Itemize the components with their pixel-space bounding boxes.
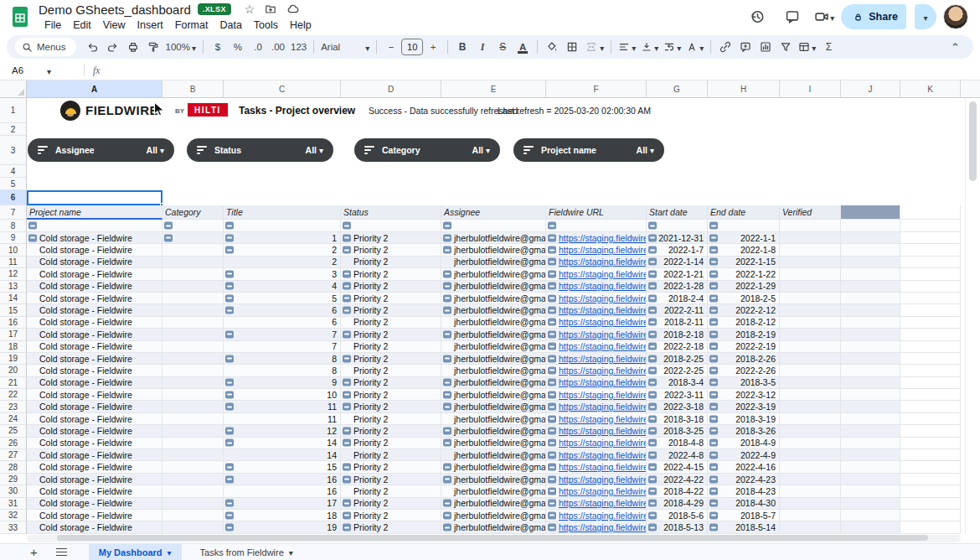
column-header-K[interactable]: K <box>900 80 961 98</box>
cell-image-chip[interactable] <box>648 379 657 386</box>
cell-D13[interactable]: Priority 2 <box>341 281 441 293</box>
cell-H17[interactable]: 2018-2-19 <box>708 329 780 340</box>
cell-H11[interactable]: 2022-1-15 <box>708 257 780 268</box>
cell-image-chip[interactable] <box>548 511 556 519</box>
cell-C12[interactable]: 3 <box>224 268 341 280</box>
cell-K32[interactable] <box>900 510 961 521</box>
cell-F17[interactable]: https://staging.fieldwire.c <box>546 329 647 340</box>
cell-A29[interactable]: Cold storage - Fieldwire <box>27 474 162 485</box>
fieldwire-url-link[interactable]: https://staging.fieldwire.c <box>559 354 647 364</box>
table-header-E[interactable]: Assignee <box>441 205 546 220</box>
cell-image-chip[interactable] <box>28 222 37 230</box>
cell-F21[interactable]: https://staging.fieldwire.c <box>546 377 647 389</box>
cell-image-chip[interactable] <box>443 234 451 241</box>
cell-K21[interactable] <box>900 377 961 389</box>
cell-J25[interactable] <box>841 425 900 437</box>
cell-H18[interactable]: 2022-2-19 <box>708 341 780 353</box>
row-header-7[interactable]: 7 <box>0 205 27 220</box>
cell-B24[interactable] <box>162 413 224 425</box>
cell-B12[interactable] <box>162 268 224 280</box>
cell-image-chip[interactable] <box>225 379 234 386</box>
cell-image-chip[interactable] <box>443 439 451 447</box>
cell-C27[interactable]: 14 <box>224 449 341 461</box>
cell-B9[interactable] <box>162 232 224 244</box>
fieldwire-url-link[interactable]: https://staging.fieldwire.c <box>559 414 647 424</box>
italic-button[interactable]: I <box>472 37 493 57</box>
fieldwire-url-link[interactable]: https://staging.fieldwire.c <box>559 486 647 496</box>
cell-A20[interactable]: Cold storage - Fieldwire <box>27 365 162 376</box>
cell-F27[interactable]: https://staging.fieldwire.c <box>546 449 647 461</box>
cell-image-chip[interactable] <box>709 415 718 423</box>
cell-image-chip[interactable] <box>225 355 234 362</box>
cell-B13[interactable] <box>162 281 224 293</box>
filter-pill-status[interactable]: StatusAll <box>187 138 333 162</box>
comments-icon[interactable] <box>778 3 807 31</box>
cell-image-chip[interactable] <box>343 307 351 314</box>
menu-insert[interactable]: Insert <box>132 19 169 31</box>
cell-I27[interactable] <box>780 449 841 461</box>
cell-image-chip[interactable] <box>709 427 718 434</box>
print-button[interactable] <box>123 37 143 57</box>
table-header-J[interactable] <box>841 205 900 220</box>
cell-image-chip[interactable] <box>648 500 657 507</box>
cell-J30[interactable] <box>841 485 900 497</box>
cell-image-chip[interactable] <box>709 258 718 266</box>
format-currency-button[interactable]: $ <box>208 37 228 57</box>
cell-I10[interactable] <box>780 244 841 256</box>
filter-pill-assignee[interactable]: AssigneeAll <box>28 138 174 162</box>
cell-D32[interactable]: Priority 2 <box>341 510 441 521</box>
cell-I28[interactable] <box>780 461 841 473</box>
cell-I30[interactable] <box>780 485 841 497</box>
cell-D15[interactable]: Priority 2 <box>341 304 441 316</box>
cell-image-chip[interactable] <box>548 391 556 398</box>
cell-image-chip[interactable] <box>548 283 556 290</box>
cell-A23[interactable]: Cold storage - Fieldwire <box>27 401 162 412</box>
fieldwire-url-link[interactable]: https://staging.fieldwire.c <box>559 450 647 460</box>
strikethrough-button[interactable]: S <box>493 37 513 57</box>
cell-H9[interactable]: 2022-1-1 <box>708 232 780 244</box>
cell-D12[interactable]: Priority 2 <box>341 268 441 280</box>
cell-image-chip[interactable] <box>343 246 351 254</box>
cell-G21[interactable]: 2018-3-4 <box>647 377 708 389</box>
cell-J24[interactable] <box>841 413 900 425</box>
cell-G11[interactable]: 2022-1-14 <box>647 257 708 268</box>
menu-view[interactable]: View <box>97 19 132 31</box>
cell-image-chip[interactable] <box>648 464 657 471</box>
cell-C16[interactable]: 6 <box>224 317 341 329</box>
tab-tasks-from-fieldwire[interactable]: Tasks from Fieldwire <box>190 544 303 560</box>
cell-B33[interactable] <box>162 521 224 533</box>
font-select[interactable]: Arial <box>318 37 372 57</box>
row-header-14[interactable]: 14 <box>0 293 27 304</box>
cell-A8[interactable] <box>27 220 162 232</box>
cell-E13[interactable]: jherbulotfieldwire@gmail. <box>441 281 546 293</box>
cell-image-chip[interactable] <box>709 234 718 241</box>
cell-B14[interactable] <box>162 293 224 304</box>
cell-C33[interactable]: 19 <box>224 521 341 533</box>
cell-image-chip[interactable] <box>548 234 556 241</box>
cell-F10[interactable]: https://staging.fieldwire.c <box>546 244 647 256</box>
formula-input[interactable] <box>108 60 980 80</box>
cell-I8[interactable] <box>780 220 841 232</box>
cell-image-chip[interactable] <box>648 487 657 495</box>
cell-J10[interactable] <box>841 244 900 256</box>
filter-value-dropdown[interactable]: All <box>147 145 164 155</box>
cell-E32[interactable]: jherbulotfieldwire@gmail. <box>441 510 546 521</box>
cell-F12[interactable]: https://staging.fieldwire.c <box>546 268 647 280</box>
cell-image-chip[interactable] <box>709 439 718 447</box>
cell-D33[interactable]: Priority 2 <box>341 521 441 533</box>
cell-K27[interactable] <box>900 449 961 461</box>
fieldwire-url-link[interactable]: https://staging.fieldwire.c <box>559 511 647 521</box>
cell-image-chip[interactable] <box>225 391 234 398</box>
cell-image-chip[interactable] <box>343 511 351 519</box>
cell-F26[interactable]: https://staging.fieldwire.c <box>546 438 647 449</box>
fieldwire-url-link[interactable]: https://staging.fieldwire.c <box>559 462 647 472</box>
cell-B27[interactable] <box>162 449 224 461</box>
cell-F23[interactable]: https://staging.fieldwire.c <box>546 401 647 412</box>
cell-D16[interactable]: Priority 2 <box>341 317 441 329</box>
insert-chart-button[interactable] <box>756 37 776 57</box>
cell-J33[interactable] <box>841 521 900 533</box>
cell-A9[interactable]: Cold storage - Fieldwire <box>27 232 162 244</box>
cell-F15[interactable]: https://staging.fieldwire.c <box>546 304 647 316</box>
cell-image-chip[interactable] <box>709 294 718 302</box>
cell-I13[interactable] <box>780 281 841 293</box>
